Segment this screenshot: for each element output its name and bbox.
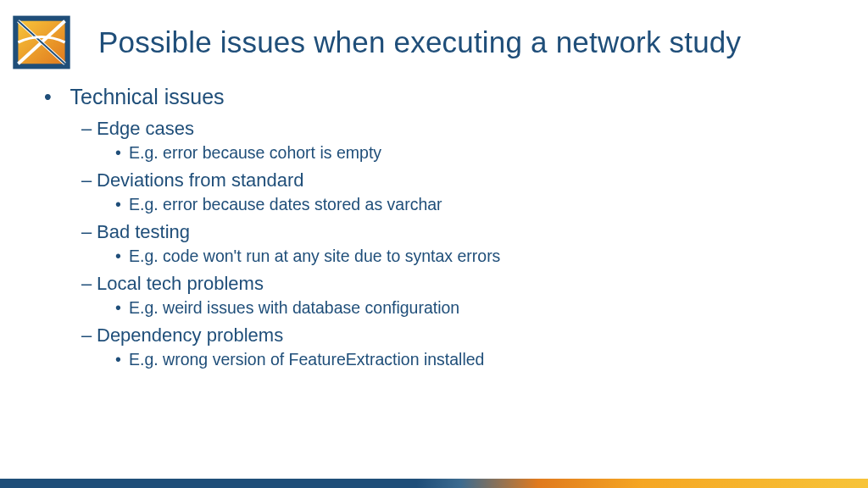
bullet-list-level3: E.g. error because dates stored as varch…: [81, 195, 868, 214]
ohdsi-logo-icon: [8, 12, 75, 73]
list-item: Edge cases E.g. error because cohort is …: [81, 118, 868, 163]
sub-topic: Deviations from standard: [81, 169, 304, 191]
main-topic: Technical issues: [70, 85, 225, 108]
bullet-list-level1: Technical issues Edge cases E.g. error b…: [46, 85, 868, 369]
slide-title: Possible issues when executing a network…: [98, 25, 741, 59]
bullet-list-level3: E.g. code won't run at any site due to s…: [81, 247, 868, 266]
list-item: Technical issues Edge cases E.g. error b…: [46, 85, 868, 369]
slide-content: Technical issues Edge cases E.g. error b…: [0, 73, 868, 369]
sub-topic: Edge cases: [81, 118, 194, 139]
example-item: E.g. error because dates stored as varch…: [115, 195, 868, 214]
sub-topic: Bad testing: [81, 221, 190, 242]
bullet-list-level2: Edge cases E.g. error because cohort is …: [46, 118, 868, 369]
footer-gradient-bar: [0, 479, 868, 488]
example-item: E.g. code won't run at any site due to s…: [115, 247, 868, 266]
list-item: Deviations from standard E.g. error beca…: [81, 169, 868, 214]
list-item: Local tech problems E.g. weird issues wi…: [81, 273, 868, 318]
slide-header: Possible issues when executing a network…: [0, 0, 868, 73]
sub-topic: Local tech problems: [81, 273, 264, 294]
bullet-list-level3: E.g. weird issues with database configur…: [81, 298, 868, 318]
list-item: Dependency problems E.g. wrong version o…: [81, 324, 868, 369]
bullet-list-level3: E.g. error because cohort is empty: [81, 143, 868, 163]
list-item: Bad testing E.g. code won't run at any s…: [81, 221, 868, 266]
example-item: E.g. weird issues with database configur…: [115, 298, 868, 318]
example-item: E.g. wrong version of FeatureExtraction …: [115, 350, 868, 369]
example-item: E.g. error because cohort is empty: [115, 143, 868, 163]
bullet-list-level3: E.g. wrong version of FeatureExtraction …: [81, 350, 868, 369]
sub-topic: Dependency problems: [81, 324, 283, 346]
